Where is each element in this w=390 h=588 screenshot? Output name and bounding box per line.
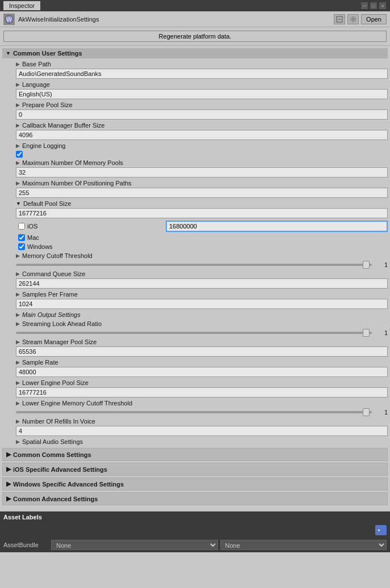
stream-manager-input[interactable] [16, 346, 388, 357]
common-user-settings-label: Common User Settings [13, 50, 82, 57]
asset-title: AkWwiseInitializationSettings [18, 16, 334, 23]
language-label: Language [22, 81, 50, 88]
stream-manager-input-row [9, 346, 388, 358]
title-bar: Inspector ─ □ × [0, 0, 390, 11]
language-label-row: ▶ Language [9, 80, 388, 89]
ios-value-input[interactable] [166, 221, 388, 232]
svg-point-7 [378, 530, 380, 531]
asset-icon: W [3, 14, 15, 25]
asset-bundle-select-1[interactable]: None [51, 540, 218, 550]
max-positioning-paths-label-row: ▶ Maximum Number Of Positioning Paths [9, 179, 388, 188]
gear-icon-button[interactable] [347, 14, 359, 24]
asset-labels-bar: Asset Labels [0, 511, 390, 523]
windows-advanced-section[interactable]: ▶ Windows Specific Advanced Settings [2, 477, 388, 490]
engine-logging-checkbox[interactable] [16, 151, 23, 158]
memory-cutoff-value: 1 [374, 261, 388, 268]
regen-bar: Regenerate platform data. [0, 27, 390, 46]
ios-override-row: iOS [9, 219, 388, 233]
samples-per-frame-input[interactable] [16, 299, 388, 309]
max-positioning-paths-input-row [9, 188, 388, 199]
callback-buffer-input[interactable] [16, 130, 388, 140]
max-memory-pools-label: Maximum Number Of Memory Pools [22, 159, 123, 166]
prepare-pool-label: Prepare Pool Size [22, 101, 73, 108]
stream-manager-label: Stream Manager Pool Size [22, 339, 97, 345]
command-queue-input-row [9, 278, 388, 290]
memory-cutoff-slider-row: 1 [9, 260, 388, 269]
lower-engine-memory-track[interactable] [16, 411, 372, 413]
samples-per-frame-input-row [9, 299, 388, 310]
common-advanced-section[interactable]: ▶ Common Advanced Settings [2, 492, 388, 505]
base-path-input-row [9, 69, 388, 80]
sample-rate-input[interactable] [16, 367, 388, 377]
command-queue-label-row: ▶ Command Queue Size [9, 269, 388, 278]
lower-engine-pool-input-row [9, 387, 388, 399]
streaming-lookahead-label: Streaming Look Ahead Ratio [22, 320, 102, 327]
language-input[interactable] [16, 89, 388, 99]
command-queue-input[interactable] [16, 278, 388, 289]
main-output-label-row: ▶ Main Output Settings [9, 310, 388, 319]
streaming-lookahead-label-row: ▶ Streaming Look Ahead Ratio [9, 319, 388, 328]
callback-buffer-label-row: ▶ Callback Manager Buffer Size [9, 121, 388, 130]
memory-cutoff-track[interactable] [16, 264, 372, 266]
lower-engine-memory-label: Lower Engine Memory Cutoff Threshold [22, 400, 132, 407]
streaming-lookahead-value: 1 [374, 329, 388, 336]
streaming-lookahead-track[interactable] [16, 332, 372, 334]
max-positioning-paths-input[interactable] [16, 188, 388, 198]
inspector-body: ▼ Common User Settings ▶ Base Path ▶ Lan… [0, 46, 390, 509]
windows-checkbox[interactable] [18, 243, 25, 250]
engine-logging-label: Engine Logging [22, 142, 65, 149]
common-advanced-arrow: ▶ [6, 495, 11, 502]
common-user-settings-arrow: ▼ [6, 50, 11, 56]
sample-rate-input-row [9, 367, 388, 378]
default-pool-size-label: Default Pool Size [23, 200, 71, 207]
base-path-label: Base Path [22, 61, 51, 67]
maximize-button[interactable]: □ [370, 2, 378, 10]
settings-icon-button[interactable] [334, 14, 345, 24]
callback-buffer-label: Callback Manager Buffer Size [22, 122, 104, 129]
max-memory-pools-label-row: ▶ Maximum Number Of Memory Pools [9, 158, 388, 167]
ios-advanced-label: iOS Specific Advanced Settings [13, 466, 107, 473]
base-path-input[interactable] [16, 69, 388, 79]
asset-bundle-select-2[interactable]: None [220, 540, 387, 550]
spatial-audio-label-row: ▶ Spatial Audio Settings [9, 437, 388, 446]
streaming-lookahead-handle[interactable] [363, 329, 370, 337]
engine-logging-label-row: ▶ Engine Logging [9, 141, 388, 150]
lower-engine-memory-value: 1 [374, 409, 388, 416]
prepare-pool-input[interactable] [16, 109, 388, 120]
common-comms-section[interactable]: ▶ Common Comms Settings [2, 448, 388, 461]
default-pool-size-input[interactable] [16, 208, 388, 218]
max-memory-pools-input[interactable] [16, 167, 388, 177]
regen-button[interactable]: Regenerate platform data. [3, 31, 387, 42]
lower-engine-pool-input[interactable] [16, 387, 388, 397]
default-pool-size-input-row [9, 208, 388, 219]
samples-per-frame-label-row: ▶ Samples Per Frame [9, 290, 388, 299]
default-pool-size-label-row: ▼ Default Pool Size [9, 199, 388, 208]
ios-advanced-section[interactable]: ▶ iOS Specific Advanced Settings [2, 463, 388, 476]
ios-advanced-arrow: ▶ [6, 466, 11, 473]
samples-per-frame-label: Samples Per Frame [22, 291, 78, 298]
inspector-tab[interactable]: Inspector [3, 1, 40, 10]
lower-engine-memory-handle[interactable] [363, 408, 370, 416]
minimize-button[interactable]: ─ [360, 2, 368, 10]
open-button[interactable]: Open [361, 14, 387, 24]
num-refills-input[interactable] [16, 426, 388, 436]
ios-checkbox[interactable] [18, 223, 25, 230]
num-refills-label: Number Of Refills In Voice [22, 418, 95, 425]
windows-advanced-arrow: ▶ [6, 480, 11, 488]
ios-label: iOS [27, 223, 163, 230]
language-input-row [9, 89, 388, 100]
asset-bundle-tag-icon[interactable] [375, 525, 387, 535]
memory-cutoff-label-row: ▶ Memory Cutoff Threshold [9, 251, 388, 260]
common-comms-arrow: ▶ [6, 451, 11, 458]
mac-checkbox[interactable] [18, 234, 25, 241]
windows-override-row: Windows [9, 242, 388, 251]
num-refills-label-row: ▶ Number Of Refills In Voice [9, 417, 388, 426]
common-comms-label: Common Comms Settings [13, 451, 91, 458]
asset-bundle-controls: AssetBundle None None [0, 538, 390, 552]
memory-cutoff-handle[interactable] [363, 261, 370, 269]
stream-manager-label-row: ▶ Stream Manager Pool Size [9, 337, 388, 346]
windows-label: Windows [27, 243, 163, 250]
title-bar-controls: ─ □ × [360, 2, 387, 10]
close-button[interactable]: × [379, 2, 387, 10]
common-user-settings-header[interactable]: ▼ Common User Settings [2, 48, 388, 58]
